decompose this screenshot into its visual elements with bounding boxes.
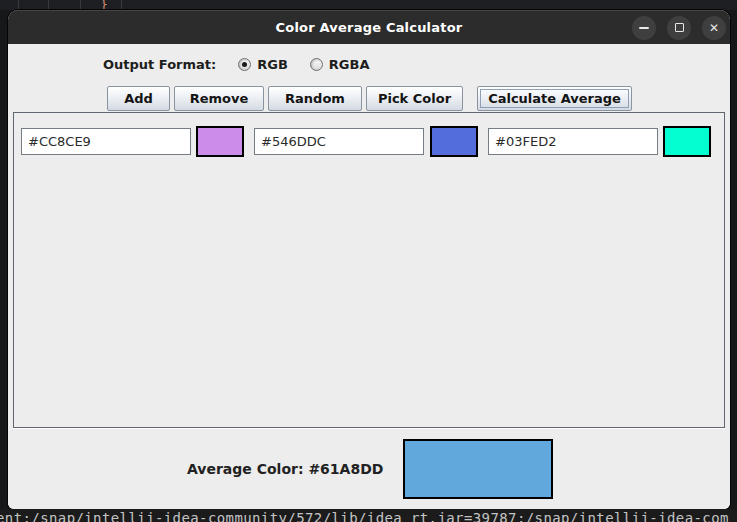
window-titlebar[interactable]: Color Average Calculator ✕: [8, 10, 730, 44]
color-swatch-1: [196, 126, 244, 157]
minimize-button[interactable]: [632, 16, 656, 40]
output-format-row: Output Format: RGB RGBA: [103, 53, 370, 75]
code-editor-background: }: [0, 0, 737, 10]
window-title: Color Average Calculator: [276, 20, 463, 35]
remove-button[interactable]: Remove: [174, 86, 264, 111]
radio-unselected-icon: [310, 58, 323, 71]
hex-input-1[interactable]: [21, 128, 191, 155]
color-swatch-3: [663, 126, 711, 157]
toolbar: Add Remove Random Pick Color Calculate A…: [107, 86, 632, 111]
app-window: Color Average Calculator ✕ Output Format…: [8, 10, 730, 509]
editor-brace-text: }: [100, 0, 108, 10]
average-color-swatch: [403, 439, 553, 499]
radio-option-rgba[interactable]: RGBA: [310, 57, 370, 72]
maximize-button[interactable]: [667, 16, 691, 40]
radio-selected-icon: [238, 58, 251, 71]
average-color-label: Average Color: #61A8DD: [187, 461, 383, 477]
hex-input-2[interactable]: [254, 128, 424, 155]
indent-guide: [18, 0, 19, 9]
window-controls: ✕: [632, 16, 726, 40]
add-button[interactable]: Add: [107, 86, 170, 111]
output-format-label: Output Format:: [103, 57, 216, 72]
indent-guide: [80, 0, 81, 9]
close-button[interactable]: ✕: [702, 16, 726, 40]
indent-guide: [48, 0, 49, 9]
maximize-icon: [675, 23, 684, 32]
color-swatch-2: [430, 126, 478, 157]
calculate-average-button[interactable]: Calculate Average: [477, 86, 632, 111]
terminal-output-line: ent:/snap/intellij-idea-community/572/li…: [0, 509, 737, 522]
color-list-panel: [13, 112, 725, 428]
minimize-icon: [639, 27, 649, 29]
hex-input-3[interactable]: [488, 128, 658, 155]
random-button[interactable]: Random: [268, 86, 362, 111]
radio-rgba-label: RGBA: [329, 57, 370, 72]
pick-color-button[interactable]: Pick Color: [366, 86, 463, 111]
indent-guide: [121, 0, 122, 9]
radio-rgb-label: RGB: [257, 57, 288, 72]
close-icon: ✕: [709, 22, 719, 34]
radio-option-rgb[interactable]: RGB: [238, 57, 288, 72]
terminal-text: ent:/snap/intellij-idea-community/572/li…: [0, 510, 729, 522]
window-content: Output Format: RGB RGBA Add Remove Rando…: [8, 44, 730, 509]
